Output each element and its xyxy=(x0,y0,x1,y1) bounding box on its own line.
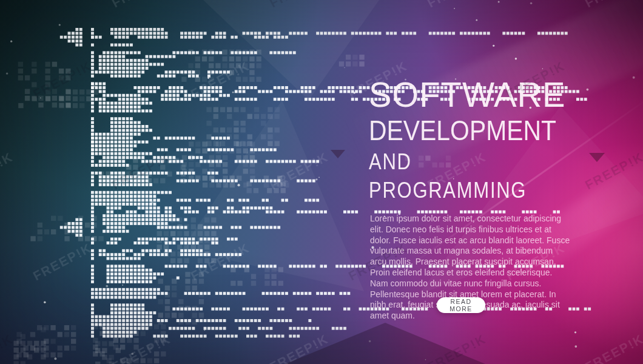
page-subtitle: AND PROGRAMMING xyxy=(369,147,578,204)
read-more-button[interactable]: READ MORE xyxy=(437,297,485,313)
banner-stage: SOFTWARE DEVELOPMENT AND PROGRAMMING Lor… xyxy=(0,0,643,364)
page-title-line1: SOFTWARE xyxy=(369,76,578,113)
page-title-line2: DEVELOPMENT xyxy=(369,113,578,147)
hero-content: SOFTWARE DEVELOPMENT AND PROGRAMMING Lor… xyxy=(369,76,578,322)
